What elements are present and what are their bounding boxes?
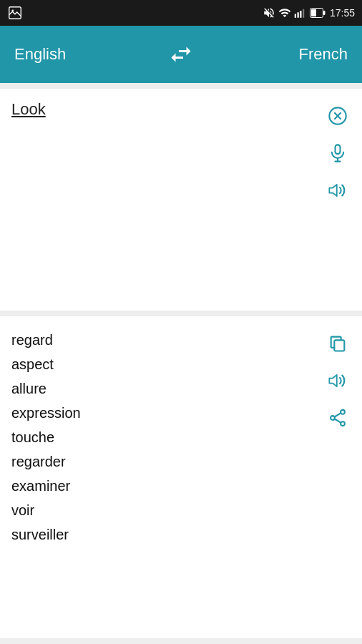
source-language[interactable]: English [14,45,100,64]
svg-marker-15 [329,185,337,196]
swap-icon [168,42,194,67]
input-actions [325,100,351,203]
close-circle-icon [328,106,348,126]
translation-word: allure [11,376,325,401]
translation-word: regard [11,328,325,352]
svg-rect-4 [300,11,301,18]
status-bar: 17:55 [0,0,362,26]
microphone-icon [328,143,348,163]
image-icon [7,5,23,21]
translation-speak-button[interactable] [325,368,351,394]
status-icons [263,6,326,19]
translation-word: expression [11,401,325,425]
microphone-button[interactable] [325,140,351,166]
clear-button[interactable] [325,103,351,129]
input-speak-button[interactable] [325,177,351,203]
copy-icon [328,333,348,353]
svg-rect-3 [297,12,298,18]
svg-rect-2 [295,14,296,18]
speaker-icon-translation [328,371,348,391]
svg-rect-12 [336,145,341,154]
status-bar-right: 17:55 [263,6,355,19]
swap-languages-button[interactable] [168,42,194,67]
translation-word: regarder [11,449,325,474]
translation-actions [325,328,351,431]
main-content: Look [0,83,362,644]
toolbar: English French [0,26,362,83]
input-text: Look [11,100,46,118]
svg-rect-7 [311,9,316,16]
signal-icon [294,6,307,19]
translation-word: touche [11,425,325,449]
input-card: Look [0,89,362,311]
clock: 17:55 [330,7,355,19]
target-language[interactable]: French [262,45,348,64]
translation-text-area: regardaspectallureexpressiontoucheregard… [11,328,325,547]
svg-rect-8 [323,11,326,15]
input-area[interactable]: Look [11,100,325,119]
svg-rect-16 [334,340,344,351]
translation-word: voir [11,498,325,522]
translation-word: aspect [11,352,325,376]
svg-marker-17 [329,375,337,386]
translation-word: examiner [11,474,325,498]
mute-icon [263,6,275,19]
battery-icon [310,8,326,18]
svg-line-21 [335,413,341,416]
svg-line-22 [335,419,341,423]
svg-rect-5 [303,9,304,18]
translation-card: regardaspectallureexpressiontoucheregard… [0,316,362,638]
status-bar-left [7,5,23,21]
share-button[interactable] [325,405,351,431]
share-icon [328,408,348,428]
wifi-icon [278,6,291,19]
speaker-icon [328,180,348,200]
copy-button[interactable] [325,331,351,356]
translation-word: surveiller [11,522,325,547]
